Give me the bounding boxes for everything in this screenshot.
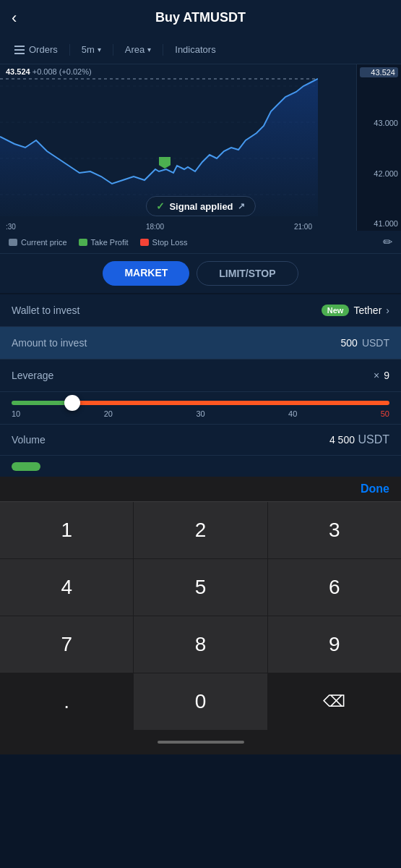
signal-badge[interactable]: ✓ Signal applied ↗ <box>145 196 255 216</box>
orders-button[interactable]: Orders <box>9 41 64 58</box>
legend-take-profit: Take Profit <box>79 238 129 247</box>
slider-track[interactable] <box>12 401 389 405</box>
legend-current-price-label: Current price <box>21 238 67 247</box>
axis-value-current: 43.524 <box>360 67 398 77</box>
amount-value: 500 <box>341 337 358 349</box>
chevron-down-icon2: ▾ <box>147 46 151 54</box>
wallet-label: Wallet to invest <box>12 305 79 316</box>
key-8[interactable]: 8 <box>134 616 267 673</box>
slider-label-40: 40 <box>288 409 297 418</box>
chevron-down-icon: ▾ <box>98 46 101 54</box>
chart-type-label: Area <box>125 44 145 55</box>
volume-row: Volume 4 500 USDT <box>0 424 401 455</box>
chevron-right-icon: › <box>386 305 389 316</box>
back-button[interactable]: ‹ <box>12 9 17 27</box>
slider-label-20: 20 <box>104 409 113 418</box>
legend-current-price-dot <box>9 239 17 246</box>
home-indicator <box>158 741 244 744</box>
leverage-value-group: × 9 <box>374 370 389 381</box>
axis-value-2: 42.000 <box>360 169 398 178</box>
backspace-button[interactable]: ⌫ <box>268 673 401 730</box>
orders-icon <box>14 46 25 54</box>
key-5[interactable]: 5 <box>134 559 267 616</box>
key-9[interactable]: 9 <box>268 616 401 673</box>
indicators-label: Indicators <box>175 44 215 55</box>
volume-label: Volume <box>12 434 46 446</box>
key-1[interactable]: 1 <box>0 502 133 558</box>
numeric-keyboard: 1 2 3 4 5 6 7 8 9 . 0 ⌫ <box>0 502 401 730</box>
key-3[interactable]: 3 <box>268 502 401 558</box>
legend-stop-loss-label: Stop Loss <box>152 238 188 247</box>
legend-stop-loss-dot <box>140 239 149 246</box>
volume-value-group: 4 500 USDT <box>329 433 389 446</box>
done-button[interactable]: Done <box>361 482 389 495</box>
volume-unit: USDT <box>358 433 389 446</box>
signal-check-icon: ✓ <box>156 200 165 212</box>
timeframe-button[interactable]: 5m ▾ <box>76 41 107 58</box>
signal-text: Signal applied <box>169 201 233 212</box>
volume-value: 4 500 <box>329 434 355 446</box>
keyboard-done-bar: Done <box>0 477 401 502</box>
tab-limit-stop[interactable]: LIMIT/STOP <box>197 261 298 286</box>
signal-arrow-icon: ↗ <box>238 201 245 211</box>
toolbar: Orders 5m ▾ Area ▾ Indicators <box>0 35 401 64</box>
leverage-slider-section: 10 20 30 40 50 <box>0 392 401 424</box>
time-label-0: :30 <box>6 223 16 231</box>
amount-label: Amount to invest <box>12 337 87 349</box>
key-7[interactable]: 7 <box>0 616 133 673</box>
wallet-value-group: New Tether › <box>322 305 389 316</box>
tab-market[interactable]: MARKET <box>103 261 189 286</box>
legend-stop-loss: Stop Loss <box>140 238 188 247</box>
chart-right-axis: 43.524 43.000 42.000 41.000 <box>356 64 401 231</box>
partial-indicator <box>12 462 40 471</box>
axis-value-1: 43.000 <box>360 119 398 127</box>
axis-value-3: 41.000 <box>360 219 398 228</box>
slider-label-30: 30 <box>196 409 204 418</box>
amount-value-group: 500 USDT <box>341 337 389 349</box>
chart-legend: Current price Take Profit Stop Loss ✏ <box>0 231 401 254</box>
slider-label-10: 10 <box>12 409 20 418</box>
slider-label-50: 50 <box>381 409 389 418</box>
new-badge: New <box>322 305 350 316</box>
amount-unit: USDT <box>362 337 389 349</box>
key-2[interactable]: 2 <box>134 502 267 558</box>
time-label-1: 18:00 <box>146 223 164 231</box>
leverage-row[interactable]: Leverage × 9 <box>0 359 401 392</box>
chart-time-labels: :30 18:00 21:00 <box>0 223 318 231</box>
orders-label: Orders <box>29 44 58 55</box>
separator2 <box>113 44 113 56</box>
home-bar <box>0 730 401 754</box>
partial-row <box>0 455 401 477</box>
form-section: Wallet to invest New Tether › Amount to … <box>0 294 401 477</box>
wallet-value: Tether <box>353 305 381 316</box>
header: ‹ Buy ATMUSDT <box>0 0 401 35</box>
key-0[interactable]: 0 <box>134 673 267 730</box>
leverage-value: 9 <box>384 370 389 381</box>
legend-take-profit-dot <box>79 239 87 246</box>
indicators-button[interactable]: Indicators <box>169 41 221 58</box>
market-tabs: MARKET LIMIT/STOP <box>0 254 401 293</box>
key-4[interactable]: 4 <box>0 559 133 616</box>
backspace-icon: ⌫ <box>323 692 345 711</box>
slider-thumb[interactable] <box>64 395 80 411</box>
time-label-2: 21:00 <box>294 223 312 231</box>
key-6[interactable]: 6 <box>268 559 401 616</box>
chart-area: 43.524 +0.008 (+0.02%) 43.524 43.000 42.… <box>0 64 401 231</box>
key-decimal[interactable]: . <box>0 673 133 730</box>
chart-type-button[interactable]: Area ▾ <box>119 41 157 58</box>
edit-icon[interactable]: ✏ <box>383 235 392 249</box>
timeframe-label: 5m <box>82 44 95 55</box>
legend-take-profit-label: Take Profit <box>91 238 129 247</box>
page-title: Buy ATMUSDT <box>155 10 246 25</box>
slider-labels: 10 20 30 40 50 <box>12 409 389 418</box>
separator3 <box>163 44 163 56</box>
amount-row[interactable]: Amount to invest 500 USDT <box>0 327 401 359</box>
leverage-prefix: × <box>374 370 379 381</box>
wallet-row[interactable]: Wallet to invest New Tether › <box>0 294 401 327</box>
separator <box>69 44 70 56</box>
leverage-label: Leverage <box>12 370 53 381</box>
legend-current-price: Current price <box>9 238 67 247</box>
